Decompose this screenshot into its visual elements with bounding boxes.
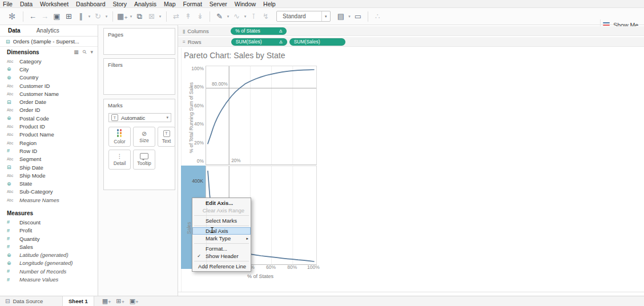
pill-sum-sales-1[interactable]: SUM(Sales) Δ <box>231 38 287 46</box>
menu-item-format[interactable]: Format... <box>192 245 251 252</box>
field-region[interactable]: Abc Region <box>0 139 98 147</box>
pages-shelf[interactable]: Pages <box>103 28 175 55</box>
new-worksheet-icon[interactable]: ▦₊ <box>116 12 128 21</box>
menu-worksheet[interactable]: Worksheet <box>40 1 69 7</box>
filters-shelf[interactable]: Filters <box>103 58 175 95</box>
field-order-date[interactable]: ⊟ Order Date <box>0 98 98 106</box>
sheet-tab[interactable]: Sheet 1 <box>62 296 94 306</box>
field-discount[interactable]: # Discount <box>0 218 98 226</box>
drop-lines-icon[interactable]: ↯ <box>260 12 272 21</box>
menu-item-select-marks[interactable]: Select Marks <box>192 217 251 224</box>
field-type-icon: # <box>7 277 17 283</box>
view-as-icon[interactable]: ▦ <box>74 49 79 55</box>
field-category[interactable]: Abc Category <box>0 57 98 65</box>
highlight-icon[interactable]: ✎ <box>214 12 226 21</box>
datasource-row[interactable]: ⊟ Orders (Sample - Superst... <box>0 37 98 47</box>
field-sub-category[interactable]: Abc Sub-Category <box>0 188 98 196</box>
field-longitude[interactable]: ⊕ Longitude (generated) <box>0 259 98 267</box>
columns-shelf[interactable]: ||| Columns % of States Δ <box>178 26 644 36</box>
pause-updates-caret-icon[interactable]: ▾ <box>87 12 92 21</box>
field-quantity[interactable]: # Quantity <box>0 235 98 243</box>
field-row-id[interactable]: # Row ID <box>0 147 98 155</box>
pareto-line-chart[interactable]: 80.00%20% <box>206 66 317 165</box>
field-segment[interactable]: Abc Segment <box>0 155 98 163</box>
field-customer-name[interactable]: Abc Customer Name <box>0 90 98 98</box>
swap-rows-columns-icon[interactable]: ⇄ <box>170 12 182 21</box>
text-button[interactable]: T Text <box>158 127 175 147</box>
menu-data[interactable]: Data <box>20 1 33 7</box>
menu-item-edit-axis[interactable]: Edit Axis... <box>192 199 251 207</box>
sort-descending-icon[interactable]: ↡ <box>194 12 206 21</box>
pill-pct-of-states[interactable]: % of States Δ <box>231 27 287 35</box>
field-measure-names[interactable]: Abc Measure Names <box>0 196 98 204</box>
menu-window[interactable]: Window <box>235 1 256 7</box>
highlight-caret-icon[interactable]: ▾ <box>226 12 231 21</box>
search-icon[interactable]: ⚲ <box>81 49 88 55</box>
text-annotation-icon[interactable]: ⊺ <box>248 12 260 21</box>
data-source-tab[interactable]: ⊟ Data Source <box>0 298 62 304</box>
menu-item-clear-axis-range[interactable]: Clear Axis Range <box>192 207 251 214</box>
run-updates-icon[interactable]: ↻ <box>92 12 104 21</box>
pill-sum-sales-2[interactable]: SUM(Sales) <box>289 38 345 46</box>
field-state[interactable]: ⊕ State <box>0 179 98 187</box>
new-datasource-icon[interactable]: ⊞ <box>63 12 75 21</box>
new-worksheet-caret-icon[interactable]: ▾ <box>128 12 134 21</box>
field-product-name[interactable]: Abc Product Name <box>0 131 98 139</box>
field-measure-values[interactable]: # Measure Values <box>0 275 98 283</box>
pause-updates-icon[interactable]: ∥ <box>75 12 87 21</box>
field-country[interactable]: ⊕ Country <box>0 74 98 82</box>
presentation-mode-icon[interactable]: ▭ <box>352 12 364 21</box>
menu-item-show-header[interactable]: ✓ Show Header <box>192 252 251 260</box>
field-product-id[interactable]: Abc Product ID <box>0 122 98 130</box>
detail-button[interactable]: ⋮ Detail <box>108 150 131 170</box>
field-sales[interactable]: # Sales <box>0 243 98 251</box>
field-latitude[interactable]: ⊕ Latitude (generated) <box>0 251 98 259</box>
chevron-down-icon[interactable]: ▾ <box>90 49 93 55</box>
show-mark-labels-icon[interactable]: ▤ <box>335 12 347 21</box>
menu-server[interactable]: Server <box>210 1 227 7</box>
new-story-tab-icon[interactable]: ▣₊ <box>127 297 141 305</box>
run-updates-caret-icon[interactable]: ▾ <box>104 12 109 21</box>
mark-type-dropdown[interactable]: T Automatic ▾ <box>108 113 171 122</box>
group-members-caret-icon[interactable]: ▾ <box>243 12 248 21</box>
fit-dropdown[interactable]: Standard ▾ <box>276 11 331 22</box>
new-dashboard-tab-icon[interactable]: ⊞₊ <box>114 297 127 305</box>
menu-analysis[interactable]: Analysis <box>134 1 156 7</box>
menu-item-dual-axis[interactable]: Dual Axis <box>192 227 251 235</box>
color-button[interactable]: Color <box>108 127 131 147</box>
menu-help[interactable]: Help <box>263 1 276 7</box>
menu-story[interactable]: Story <box>112 1 127 7</box>
field-city[interactable]: ⊕ City <box>0 65 98 73</box>
group-members-icon[interactable]: ∿ <box>231 12 243 21</box>
chevron-down-icon[interactable]: ▾ <box>321 11 330 21</box>
field-customer-id[interactable]: Abc Customer ID <box>0 82 98 90</box>
menu-item-add-reference-line[interactable]: Add Reference Line <box>192 263 251 270</box>
field-profit[interactable]: # Profit <box>0 227 98 235</box>
field-type-icon: Abc <box>7 108 17 112</box>
menu-item-mark-type[interactable]: Mark Type ▸ <box>192 235 251 242</box>
tooltip-button[interactable]: Tooltip <box>133 150 155 170</box>
menu-dashboard[interactable]: Dashboard <box>76 1 105 7</box>
rows-shelf[interactable]: ≡ Rows SUM(Sales) Δ SUM(Sales) <box>178 37 644 47</box>
save-icon[interactable]: ▣ <box>51 12 63 21</box>
clear-sheet-caret-icon[interactable]: ▾ <box>158 12 163 21</box>
menu-format[interactable]: Format <box>183 1 202 7</box>
redo-icon[interactable]: → <box>39 12 51 21</box>
share-icon[interactable]: ∴ <box>372 12 384 21</box>
field-postal-code[interactable]: ⊕ Postal Code <box>0 114 98 122</box>
menu-file[interactable]: File <box>3 1 13 7</box>
field-number-of-records[interactable]: # Number of Records <box>0 267 98 275</box>
size-button[interactable]: ⊘ Size <box>133 127 155 147</box>
show-mark-labels-caret-icon[interactable]: ▾ <box>347 12 352 21</box>
tab-analytics[interactable]: Analytics <box>29 27 67 34</box>
new-worksheet-tab-icon[interactable]: ▦₊ <box>100 297 114 305</box>
tab-data[interactable]: Data <box>0 27 29 34</box>
field-order-id[interactable]: Abc Order ID <box>0 106 98 114</box>
field-ship-date[interactable]: ⊟ Ship Date <box>0 163 98 171</box>
field-ship-mode[interactable]: Abc Ship Mode <box>0 171 98 179</box>
duplicate-sheet-icon[interactable]: ⧉ <box>134 12 146 21</box>
menu-map[interactable]: Map <box>164 1 175 7</box>
sort-ascending-icon[interactable]: ↟ <box>182 12 194 21</box>
undo-icon[interactable]: ← <box>27 12 39 21</box>
clear-sheet-icon[interactable]: ⊠ <box>146 12 158 21</box>
